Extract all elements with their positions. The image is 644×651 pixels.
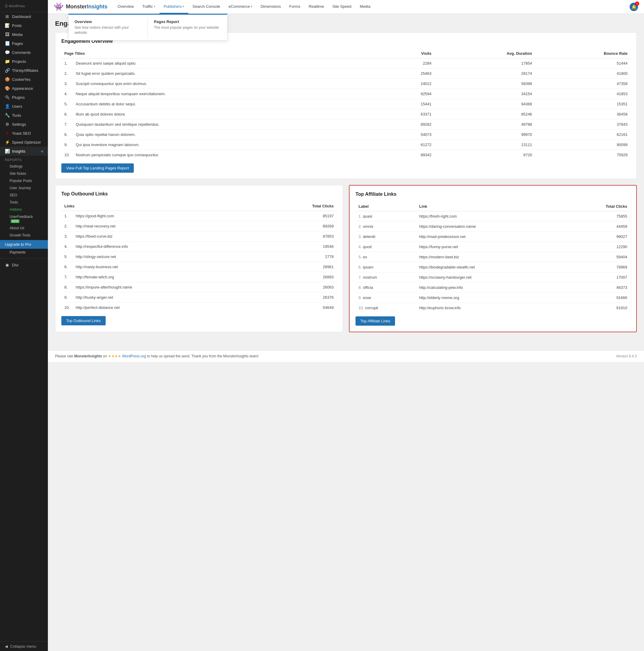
col-header-bounce-rate: Bounce Rate	[535, 49, 631, 58]
divi-icon: ◉	[5, 262, 9, 267]
row-clicks: 19546	[256, 242, 337, 252]
sidebar-item-yoast[interactable]: Y Yoast SEO	[0, 129, 48, 138]
footer-wordpress-link[interactable]: WordPress.org	[122, 354, 146, 358]
sidebar-item-plugins[interactable]: 🔌 Plugins	[0, 93, 48, 102]
sidebar-sub-growthtools[interactable]: Growth Tools	[0, 232, 48, 239]
sidebar-sub-userjourney[interactable]: User Journey	[0, 184, 48, 191]
sidebar-item-users[interactable]: 👤 Users	[0, 102, 48, 111]
row-bounce-rate: 47358	[535, 79, 631, 89]
row-clicks: 89269	[256, 221, 337, 231]
row-link: http://neat-recovery.net	[73, 221, 256, 231]
row-num: 4.	[61, 89, 73, 99]
row-num: 7.	[61, 119, 73, 130]
nav-dimensions[interactable]: Dimensions	[256, 0, 285, 14]
row-bounce-rate: 62161	[535, 130, 631, 140]
row-title: Quisquam laudantium sed similique repell…	[73, 119, 381, 130]
ecommerce-chevron: ▾	[251, 5, 252, 8]
sidebar-sub-userfeedback[interactable]: UserFeedback NEW	[0, 213, 48, 224]
sidebar-logo: ☰ WordPress	[0, 0, 48, 12]
row-num: 3.	[61, 231, 73, 242]
sidebar-sub-settings[interactable]: Settings	[0, 163, 48, 170]
view-full-report-btn[interactable]: View Full Top Landing Pages Report	[61, 163, 134, 173]
sidebar-item-divi[interactable]: ◉ Divi	[0, 260, 48, 269]
sidebar: ☰ WordPress ⊞ Dashboard 📝 Posts 🖼 Media …	[0, 0, 48, 651]
nav-search-console[interactable]: Search Console	[188, 0, 224, 14]
sidebar-item-pages[interactable]: 📃 Pages	[0, 39, 48, 48]
affiliate-btn[interactable]: Top Affiliate Links	[356, 316, 395, 326]
affiliate-title: Top Affiliate Links	[356, 191, 630, 197]
row-title: Accusantium debitis at dolor sequi.	[73, 99, 381, 109]
notification-bell[interactable]: 🔔 0	[630, 3, 638, 11]
sidebar-item-dashboard[interactable]: ⊞ Dashboard	[0, 12, 48, 21]
sidebar-item-projects[interactable]: 📁 Projects	[0, 57, 48, 66]
row-link: http://calculating-pew.info	[416, 283, 565, 293]
nav-traffic[interactable]: Traffic ▾	[138, 0, 159, 14]
sidebar-item-media[interactable]: 🖼 Media	[0, 30, 48, 39]
row-title: Deserunt animi saepe aliquid optio.	[73, 58, 381, 68]
footer: Please rate MonsterInsights on ★★★★ Word…	[48, 350, 644, 362]
sidebar-item-posts[interactable]: 📝 Posts	[0, 21, 48, 30]
nav-overview[interactable]: Overview	[114, 0, 138, 14]
table-row: 9. Qui ipsa inventore magnam laborum. 61…	[61, 140, 631, 150]
logo-text: MonsterInsights	[66, 4, 107, 10]
nav-ecommerce[interactable]: eCommerce ▾	[224, 0, 256, 14]
list-item: 4. http://respectful-difference.info 195…	[61, 242, 337, 252]
sidebar-item-settings[interactable]: ⚙ Settings	[0, 120, 48, 129]
row-clicks: 59404	[565, 252, 630, 262]
row-num: 3.	[61, 79, 73, 89]
row-avg-duration: 13111	[434, 140, 535, 150]
col-header-visits: Visits	[381, 49, 434, 58]
sidebar-item-tools[interactable]: 🔧 Tools	[0, 111, 48, 120]
sidebar-sub-tools[interactable]: Tools	[0, 199, 48, 206]
sidebar-item-insights[interactable]: 📊 Insights ◀	[0, 147, 48, 156]
sidebar-item-speed[interactable]: ⚡ Speed Optimizer	[0, 138, 48, 147]
sidebar-item-appearance[interactable]: 🎨 Appearance	[0, 84, 48, 93]
nav-realtime[interactable]: Realtime	[304, 0, 328, 14]
row-num: 8.	[61, 282, 73, 292]
outbound-btn[interactable]: Top Outbound Links	[61, 316, 106, 326]
sidebar-sub-aboutus[interactable]: About Us	[0, 224, 48, 232]
row-avg-duration: 58398	[434, 79, 535, 89]
sidebar-sub-sitenotes[interactable]: Site Notes	[0, 170, 48, 177]
sidebar-item-comments[interactable]: 💬 Comments	[0, 48, 48, 57]
list-item: 10.corrupti http://euphoric-brow.info 61…	[356, 303, 630, 313]
row-bounce-rate: 15351	[535, 99, 631, 109]
sidebar-item-cookie[interactable]: 🍪 CookieYes	[0, 75, 48, 84]
dropdown-col-overview[interactable]: Overview See how visitors interact with …	[68, 15, 148, 40]
row-title: Nostrum perspiciatis cumque quo consequu…	[73, 150, 381, 160]
row-clicks: 91666	[565, 293, 630, 303]
nav-publishers[interactable]: Publishers ▾	[160, 0, 189, 14]
sidebar-item-thirsty[interactable]: 🔗 ThirstyAffiliates	[0, 66, 48, 75]
row-link: http://nasty-business.net	[73, 262, 256, 272]
row-clicks: 12290	[565, 242, 630, 252]
nav-forms[interactable]: Forms	[285, 0, 304, 14]
nav-media[interactable]: Media	[356, 0, 374, 14]
sidebar-upgrade-btn[interactable]: Upgrade to Pro	[0, 240, 48, 249]
row-link: https://funny-purse.net	[416, 242, 565, 252]
sidebar-collapse-btn[interactable]: ◀ Collapse menu	[0, 642, 48, 651]
row-num: 1.	[61, 58, 73, 68]
sidebar-sub-seo[interactable]: SEO	[0, 191, 48, 199]
row-link: http://husky-anger.net	[73, 292, 256, 303]
row-link: https://impure-afterthought.name	[73, 282, 256, 292]
publishers-chevron: ▾	[183, 5, 184, 8]
sidebar-sub-payments[interactable]: Payments	[0, 249, 48, 256]
row-avg-duration: 17854	[434, 58, 535, 68]
row-clicks: 85197	[256, 211, 337, 221]
dropdown-col-pages[interactable]: Pages Report The most popular pages on y…	[148, 15, 227, 40]
list-item: 7.nostrum https://scrawny-hamburger.net …	[356, 272, 630, 283]
row-avg-duration: 49788	[434, 119, 535, 130]
row-link: http://elderly-meme.org	[416, 293, 565, 303]
sidebar-sub-popularposts[interactable]: Popular Posts	[0, 177, 48, 184]
list-item: 1. https://good-flight.com 85197	[61, 211, 337, 221]
row-num: 2.	[61, 221, 73, 231]
row-bounce-rate: 90099	[535, 140, 631, 150]
plugins-icon: 🔌	[5, 95, 9, 100]
sidebar-sub-addons[interactable]: Addons	[0, 206, 48, 213]
nav-site-speed[interactable]: Site Speed	[328, 0, 356, 14]
row-bounce-rate: 41800	[535, 68, 631, 79]
affiliate-col-clicks: Total Clicks	[565, 202, 630, 211]
row-clicks: 2778	[256, 252, 337, 262]
list-item: 9.esse http://elderly-meme.org 91666	[356, 293, 630, 303]
monster-logo-icon: 👾	[54, 2, 63, 11]
